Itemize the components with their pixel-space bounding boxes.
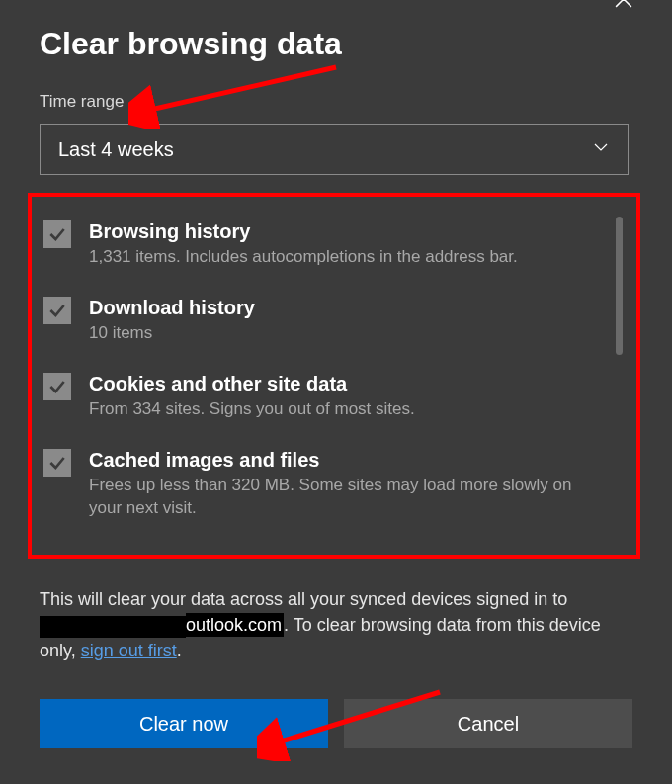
close-icon[interactable] bbox=[615, 0, 632, 12]
time-range-label: Time range bbox=[40, 92, 632, 112]
redacted-email bbox=[40, 616, 186, 638]
checkbox-cached[interactable] bbox=[43, 449, 71, 477]
checkbox-browsing-history[interactable] bbox=[43, 220, 71, 248]
option-title: Cookies and other site data bbox=[89, 371, 415, 396]
option-title: Download history bbox=[89, 295, 255, 320]
cancel-button[interactable]: Cancel bbox=[344, 699, 632, 748]
checkbox-cookies[interactable] bbox=[43, 373, 71, 400]
option-title: Cached images and files bbox=[89, 447, 595, 473]
clear-now-button[interactable]: Clear now bbox=[40, 699, 328, 748]
option-download-history[interactable]: Download history 10 items bbox=[43, 295, 625, 345]
option-desc: 10 items bbox=[89, 322, 255, 345]
sign-out-link[interactable]: sign out first bbox=[81, 641, 177, 660]
data-types-list: Browsing history 1,331 items. Includes a… bbox=[28, 193, 640, 559]
checkbox-download-history[interactable] bbox=[43, 297, 71, 324]
option-desc: Frees up less than 320 MB. Some sites ma… bbox=[89, 475, 595, 520]
chevron-down-icon bbox=[592, 138, 610, 161]
time-range-value: Last 4 weeks bbox=[58, 138, 174, 161]
option-desc: From 334 sites. Signs you out of most si… bbox=[89, 398, 415, 421]
option-title: Browsing history bbox=[89, 218, 518, 244]
option-cookies[interactable]: Cookies and other site data From 334 sit… bbox=[43, 371, 625, 421]
option-browsing-history[interactable]: Browsing history 1,331 items. Includes a… bbox=[43, 218, 625, 269]
scrollbar-thumb[interactable] bbox=[616, 217, 623, 355]
time-range-select[interactable]: Last 4 weeks bbox=[40, 124, 629, 175]
dialog-title: Clear browsing data bbox=[40, 26, 632, 62]
option-cached[interactable]: Cached images and files Frees up less th… bbox=[43, 447, 625, 520]
option-desc: 1,331 items. Includes autocompletions in… bbox=[89, 246, 518, 269]
sync-info-text: This will clear your data across all you… bbox=[40, 586, 632, 663]
